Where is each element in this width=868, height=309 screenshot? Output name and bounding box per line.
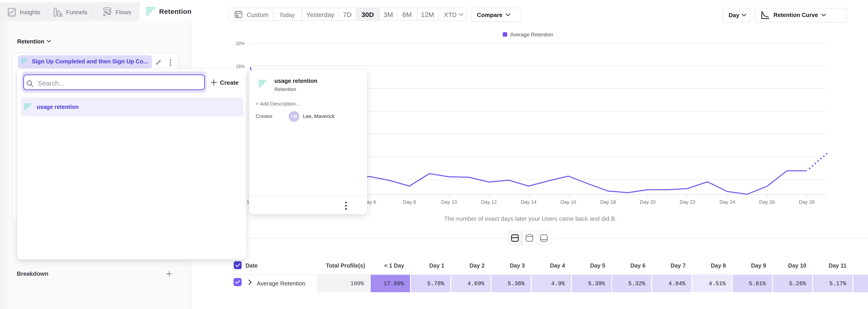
svg-text:Day 12: Day 12 [481, 199, 497, 205]
svg-text:Day 14: Day 14 [521, 199, 537, 205]
svg-text:Day 10: Day 10 [441, 199, 457, 205]
svg-text:Average Retention: Average Retention [510, 32, 553, 37]
svg-text:Day 26: Day 26 [759, 199, 775, 205]
svg-text:Day 20: Day 20 [640, 199, 656, 205]
svg-text:20%: 20% [236, 41, 245, 46]
svg-text:Day 18: Day 18 [600, 199, 616, 205]
svg-text:Day 28: Day 28 [799, 199, 815, 205]
svg-text:Day 8: Day 8 [403, 199, 416, 205]
svg-text:Day 16: Day 16 [560, 199, 576, 205]
svg-text:Day 22: Day 22 [680, 199, 695, 205]
svg-text:18%: 18% [236, 64, 245, 69]
svg-text:Day 24: Day 24 [719, 199, 735, 205]
